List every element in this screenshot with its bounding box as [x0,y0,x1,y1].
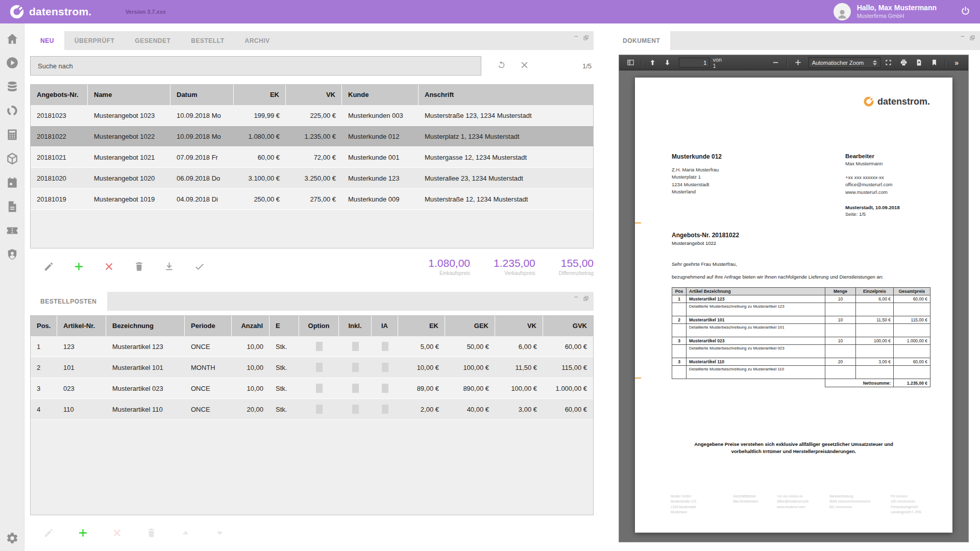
sidebar-item-gear[interactable] [6,532,19,545]
edit-button[interactable] [43,261,54,272]
document-logo: datenstrom. [863,96,930,107]
doc-item-gesamtpreis: 60,00 € [894,295,930,303]
export-button[interactable] [164,261,175,272]
zoom-select[interactable]: Automatischer Zoom [808,57,880,68]
sidebar-item-database[interactable] [6,80,19,93]
checkbox[interactable] [316,363,323,372]
restore-icon[interactable] [969,35,975,41]
restore-icon[interactable] [583,35,589,41]
table-row[interactable]: 3023Musterartikel 023ONCE10,00Stk.89,00 … [31,378,593,399]
add-button[interactable] [78,528,88,538]
footer-column: BankverbindungIBAN xxxxxxxxxxxxxxxxxxxxB… [829,494,891,515]
avatar[interactable] [834,3,851,20]
checkbox[interactable] [352,384,359,393]
more-tools-button[interactable]: » [950,57,963,68]
minimize-icon[interactable] [960,35,966,41]
minimize-icon[interactable] [573,35,579,41]
remove-button[interactable] [104,261,114,272]
cell-name: Musterangebot 1021 [88,154,170,161]
cell-artikel: 101 [57,364,106,371]
checkbox[interactable] [352,405,359,414]
sidebar-item-play[interactable] [6,56,19,69]
checkbox[interactable] [382,363,388,372]
checkbox[interactable] [382,405,388,414]
pencil-icon [43,528,54,538]
document-items-table: PosArtikel BezeichnungMengeEinzelpreisGe… [672,287,930,387]
doc-item-menge: 10 [825,337,856,345]
cell-einheit: Stk. [270,364,299,371]
sidebar-item-calendar[interactable] [6,176,19,189]
column-header-vk: VK [495,316,543,336]
footer-line: BIC xxxxxxxxxx [829,505,891,510]
refresh-button[interactable] [497,60,506,71]
remove-button[interactable] [112,528,122,538]
logout-button[interactable] [960,6,971,18]
sidebar-item-sync[interactable] [6,104,19,117]
move-up-button[interactable] [180,528,191,538]
tab-label: BESTELLPOSTEN [40,298,97,305]
table-row[interactable]: 20181021Musterangebot 102107.09.2018 Fr6… [31,147,593,168]
sidebar-item-shield-user[interactable] [6,248,19,261]
checkbox[interactable] [316,384,323,393]
zoom-in-button[interactable] [792,57,804,68]
doc-item-desc-row: Detaillierte Musterbeschreibung zu Muste… [672,303,930,316]
restore-icon[interactable] [583,295,589,302]
delete-button[interactable] [146,528,157,538]
edit-button[interactable] [43,528,54,538]
minimize-icon[interactable] [573,295,579,302]
confirm-button[interactable] [194,261,205,272]
presentation-mode-button[interactable] [882,57,894,68]
page-count-label: von 1 [713,57,726,69]
checkbox[interactable] [382,384,388,393]
table-row[interactable]: 20181019Musterangebot 101904.09.2018 Di2… [31,189,593,210]
close-icon [520,60,529,70]
app-brand: datenstrom. [29,6,91,18]
cell-nr: 20181023 [31,112,88,119]
tab-neu[interactable]: NEU [30,31,64,50]
clear-search-button[interactable] [520,60,529,71]
page-number-input[interactable] [679,58,709,67]
zoom-out-button[interactable] [770,57,781,68]
footer-line: UID xxxxxxxxxxx [891,499,932,504]
table-row[interactable]: 20181022Musterangebot 102210.09.2018 Mo1… [31,126,593,147]
move-down-button[interactable] [214,528,225,538]
search-input[interactable] [30,56,481,76]
sidebar-item-document[interactable] [6,200,19,213]
toggle-sidebar-button[interactable] [625,57,636,68]
doc-item-pos: 2 [672,316,687,324]
checkbox[interactable] [316,342,323,351]
checkbox[interactable] [352,363,359,372]
order-items-table-body: 1123Musterartikel 123ONCE10,00Stk.5,00 €… [31,336,593,420]
tab-dokument[interactable]: DOKUMENT [612,31,670,50]
doc-column-header-artikel-bezeichnung: Artikel Bezeichnung [687,288,825,295]
table-row[interactable]: 2101Musterartikel 101MONTH10,00Stk.10,00… [31,357,593,378]
sidebar-item-package[interactable] [6,152,19,165]
tab-gesendet[interactable]: GESENDET [125,31,181,50]
delete-button[interactable] [134,261,144,272]
table-row[interactable]: 1123Musterartikel 123ONCE10,00Stk.5,00 €… [31,336,593,357]
print-button[interactable] [897,57,910,68]
sidebar-item-ticket[interactable] [6,224,19,237]
next-page-button[interactable] [662,57,673,68]
column-header-name: Name [88,85,170,105]
tab-bestellt[interactable]: BESTELLT [181,31,234,50]
sidebar-item-home[interactable] [6,32,19,45]
table-row[interactable]: 20181023Musterangebot 102310.09.2018 Mo1… [31,105,593,126]
add-button[interactable] [74,261,84,272]
tab-bestellposten[interactable]: BESTELLPOSTEN [30,292,107,311]
table-row[interactable]: 4110Musterartikel 110ONCE20,00Stk.2,00 €… [31,399,593,420]
sidebar-item-calculator[interactable] [6,128,19,141]
tab-archiv[interactable]: ARCHIV [234,31,280,50]
checkbox[interactable] [316,405,323,414]
table-row[interactable]: 20181020Musterangebot 102006.09.2018 Do3… [31,168,593,189]
checkbox[interactable] [382,342,388,351]
cell-gek: 890,00 € [445,385,495,392]
pdf-canvas[interactable]: datenstrom. Musterkunde 012 Z.H. Maria M… [619,70,968,542]
download-button[interactable] [913,57,925,68]
tab-berpr-ft[interactable]: ÜBERPRÜFT [64,31,125,50]
bookmark-button[interactable] [928,57,940,68]
checkbox[interactable] [352,342,359,351]
cell-option [299,384,339,393]
cell-kunde: Musterkunde 123 [342,174,419,182]
previous-page-button[interactable] [647,57,658,68]
